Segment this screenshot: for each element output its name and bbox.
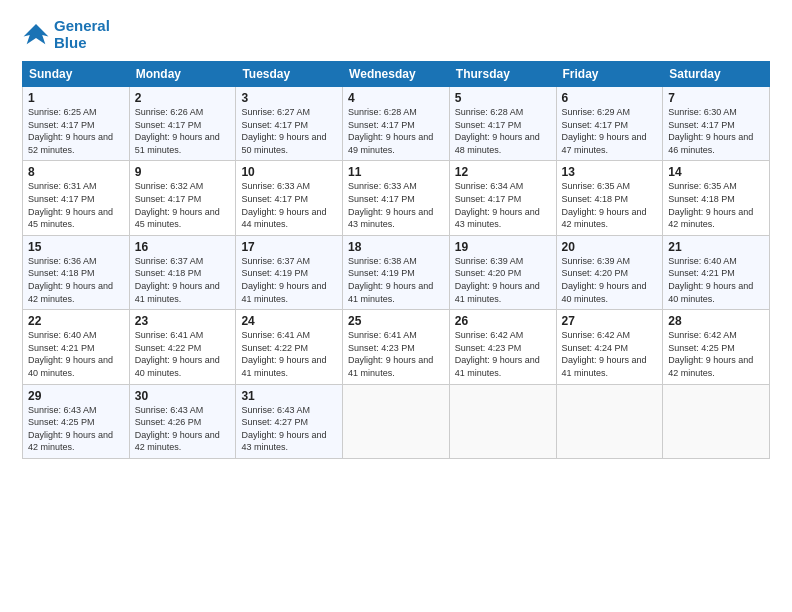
day-number: 29 [28, 389, 124, 403]
day-info: Sunrise: 6:39 AM Sunset: 4:20 PM Dayligh… [562, 255, 658, 305]
day-number: 1 [28, 91, 124, 105]
day-number: 30 [135, 389, 231, 403]
calendar-day-cell: 28 Sunrise: 6:42 AM Sunset: 4:25 PM Dayl… [663, 310, 770, 384]
day-number: 28 [668, 314, 764, 328]
calendar-day-cell: 12 Sunrise: 6:34 AM Sunset: 4:17 PM Dayl… [449, 161, 556, 235]
calendar-day-cell: 31 Sunrise: 6:43 AM Sunset: 4:27 PM Dayl… [236, 384, 343, 458]
day-number: 22 [28, 314, 124, 328]
calendar-day-cell: 29 Sunrise: 6:43 AM Sunset: 4:25 PM Dayl… [23, 384, 130, 458]
day-number: 27 [562, 314, 658, 328]
day-info: Sunrise: 6:32 AM Sunset: 4:17 PM Dayligh… [135, 180, 231, 230]
calendar-day-cell: 22 Sunrise: 6:40 AM Sunset: 4:21 PM Dayl… [23, 310, 130, 384]
day-info: Sunrise: 6:42 AM Sunset: 4:24 PM Dayligh… [562, 329, 658, 379]
calendar-day-cell: 13 Sunrise: 6:35 AM Sunset: 4:18 PM Dayl… [556, 161, 663, 235]
calendar-day-cell: 10 Sunrise: 6:33 AM Sunset: 4:17 PM Dayl… [236, 161, 343, 235]
svg-marker-0 [24, 24, 49, 44]
calendar-day-cell [663, 384, 770, 458]
calendar-day-cell: 14 Sunrise: 6:35 AM Sunset: 4:18 PM Dayl… [663, 161, 770, 235]
calendar-week-row: 1 Sunrise: 6:25 AM Sunset: 4:17 PM Dayli… [23, 87, 770, 161]
day-number: 8 [28, 165, 124, 179]
day-info: Sunrise: 6:31 AM Sunset: 4:17 PM Dayligh… [28, 180, 124, 230]
calendar-page: General Blue SundayMondayTuesdayWednesda… [0, 0, 792, 612]
day-info: Sunrise: 6:43 AM Sunset: 4:25 PM Dayligh… [28, 404, 124, 454]
day-info: Sunrise: 6:41 AM Sunset: 4:22 PM Dayligh… [241, 329, 337, 379]
day-number: 5 [455, 91, 551, 105]
day-number: 7 [668, 91, 764, 105]
weekday-header-cell: Tuesday [236, 62, 343, 87]
weekday-header-cell: Monday [129, 62, 236, 87]
day-info: Sunrise: 6:43 AM Sunset: 4:26 PM Dayligh… [135, 404, 231, 454]
day-number: 12 [455, 165, 551, 179]
day-number: 17 [241, 240, 337, 254]
day-info: Sunrise: 6:41 AM Sunset: 4:22 PM Dayligh… [135, 329, 231, 379]
day-number: 10 [241, 165, 337, 179]
day-info: Sunrise: 6:27 AM Sunset: 4:17 PM Dayligh… [241, 106, 337, 156]
calendar-day-cell: 19 Sunrise: 6:39 AM Sunset: 4:20 PM Dayl… [449, 235, 556, 309]
calendar-week-row: 29 Sunrise: 6:43 AM Sunset: 4:25 PM Dayl… [23, 384, 770, 458]
weekday-header-cell: Wednesday [343, 62, 450, 87]
page-header: General Blue [22, 18, 770, 51]
calendar-day-cell: 15 Sunrise: 6:36 AM Sunset: 4:18 PM Dayl… [23, 235, 130, 309]
day-number: 21 [668, 240, 764, 254]
weekday-header-row: SundayMondayTuesdayWednesdayThursdayFrid… [23, 62, 770, 87]
logo-text: General Blue [54, 18, 110, 51]
calendar-day-cell [343, 384, 450, 458]
day-number: 23 [135, 314, 231, 328]
day-info: Sunrise: 6:35 AM Sunset: 4:18 PM Dayligh… [562, 180, 658, 230]
day-info: Sunrise: 6:34 AM Sunset: 4:17 PM Dayligh… [455, 180, 551, 230]
calendar-day-cell: 24 Sunrise: 6:41 AM Sunset: 4:22 PM Dayl… [236, 310, 343, 384]
day-info: Sunrise: 6:41 AM Sunset: 4:23 PM Dayligh… [348, 329, 444, 379]
calendar-day-cell: 16 Sunrise: 6:37 AM Sunset: 4:18 PM Dayl… [129, 235, 236, 309]
calendar-day-cell: 23 Sunrise: 6:41 AM Sunset: 4:22 PM Dayl… [129, 310, 236, 384]
calendar-day-cell: 4 Sunrise: 6:28 AM Sunset: 4:17 PM Dayli… [343, 87, 450, 161]
weekday-header-cell: Friday [556, 62, 663, 87]
calendar-day-cell: 30 Sunrise: 6:43 AM Sunset: 4:26 PM Dayl… [129, 384, 236, 458]
day-number: 16 [135, 240, 231, 254]
calendar-day-cell: 9 Sunrise: 6:32 AM Sunset: 4:17 PM Dayli… [129, 161, 236, 235]
day-number: 3 [241, 91, 337, 105]
day-info: Sunrise: 6:29 AM Sunset: 4:17 PM Dayligh… [562, 106, 658, 156]
weekday-header-cell: Thursday [449, 62, 556, 87]
day-number: 26 [455, 314, 551, 328]
day-number: 9 [135, 165, 231, 179]
calendar-day-cell [556, 384, 663, 458]
weekday-header-cell: Sunday [23, 62, 130, 87]
calendar-day-cell: 5 Sunrise: 6:28 AM Sunset: 4:17 PM Dayli… [449, 87, 556, 161]
calendar-day-cell: 25 Sunrise: 6:41 AM Sunset: 4:23 PM Dayl… [343, 310, 450, 384]
day-number: 2 [135, 91, 231, 105]
calendar-day-cell: 3 Sunrise: 6:27 AM Sunset: 4:17 PM Dayli… [236, 87, 343, 161]
day-info: Sunrise: 6:33 AM Sunset: 4:17 PM Dayligh… [241, 180, 337, 230]
day-number: 11 [348, 165, 444, 179]
calendar-day-cell: 18 Sunrise: 6:38 AM Sunset: 4:19 PM Dayl… [343, 235, 450, 309]
calendar-day-cell: 2 Sunrise: 6:26 AM Sunset: 4:17 PM Dayli… [129, 87, 236, 161]
day-info: Sunrise: 6:43 AM Sunset: 4:27 PM Dayligh… [241, 404, 337, 454]
day-number: 25 [348, 314, 444, 328]
day-info: Sunrise: 6:28 AM Sunset: 4:17 PM Dayligh… [455, 106, 551, 156]
calendar-day-cell: 6 Sunrise: 6:29 AM Sunset: 4:17 PM Dayli… [556, 87, 663, 161]
calendar-day-cell: 21 Sunrise: 6:40 AM Sunset: 4:21 PM Dayl… [663, 235, 770, 309]
day-info: Sunrise: 6:35 AM Sunset: 4:18 PM Dayligh… [668, 180, 764, 230]
day-number: 14 [668, 165, 764, 179]
calendar-week-row: 8 Sunrise: 6:31 AM Sunset: 4:17 PM Dayli… [23, 161, 770, 235]
logo-icon [22, 21, 50, 49]
day-info: Sunrise: 6:37 AM Sunset: 4:19 PM Dayligh… [241, 255, 337, 305]
calendar-day-cell: 27 Sunrise: 6:42 AM Sunset: 4:24 PM Dayl… [556, 310, 663, 384]
calendar-day-cell: 11 Sunrise: 6:33 AM Sunset: 4:17 PM Dayl… [343, 161, 450, 235]
day-number: 15 [28, 240, 124, 254]
day-info: Sunrise: 6:25 AM Sunset: 4:17 PM Dayligh… [28, 106, 124, 156]
day-info: Sunrise: 6:40 AM Sunset: 4:21 PM Dayligh… [668, 255, 764, 305]
day-number: 19 [455, 240, 551, 254]
day-info: Sunrise: 6:42 AM Sunset: 4:23 PM Dayligh… [455, 329, 551, 379]
calendar-day-cell [449, 384, 556, 458]
day-number: 31 [241, 389, 337, 403]
day-number: 6 [562, 91, 658, 105]
day-number: 18 [348, 240, 444, 254]
day-info: Sunrise: 6:26 AM Sunset: 4:17 PM Dayligh… [135, 106, 231, 156]
day-number: 13 [562, 165, 658, 179]
day-info: Sunrise: 6:37 AM Sunset: 4:18 PM Dayligh… [135, 255, 231, 305]
day-info: Sunrise: 6:42 AM Sunset: 4:25 PM Dayligh… [668, 329, 764, 379]
calendar-week-row: 22 Sunrise: 6:40 AM Sunset: 4:21 PM Dayl… [23, 310, 770, 384]
calendar-day-cell: 1 Sunrise: 6:25 AM Sunset: 4:17 PM Dayli… [23, 87, 130, 161]
calendar-body: 1 Sunrise: 6:25 AM Sunset: 4:17 PM Dayli… [23, 87, 770, 459]
day-info: Sunrise: 6:28 AM Sunset: 4:17 PM Dayligh… [348, 106, 444, 156]
